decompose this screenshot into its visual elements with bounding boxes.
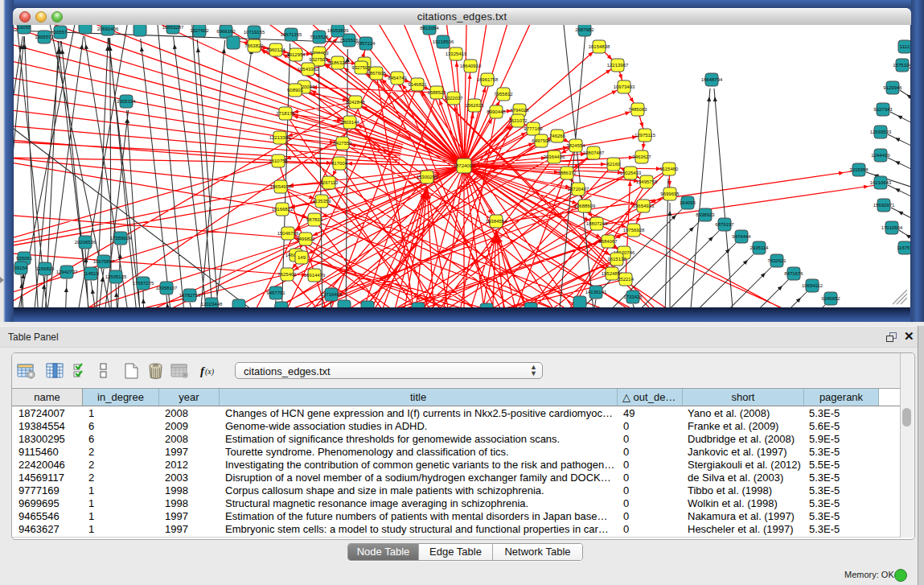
- svg-text:16961758: 16961758: [477, 77, 499, 82]
- svg-text:17010504: 17010504: [881, 225, 903, 230]
- svg-text:8990448: 8990448: [487, 109, 506, 114]
- svg-text:12023448: 12023448: [201, 302, 223, 307]
- svg-text:149: 149: [298, 255, 306, 260]
- svg-text:19384554: 19384554: [486, 219, 507, 224]
- svg-text:39154: 39154: [14, 266, 28, 270]
- svg-text:15720407: 15720407: [568, 187, 589, 192]
- svg-text:1905572: 1905572: [35, 35, 54, 39]
- svg-text:1527602: 1527602: [190, 28, 209, 33]
- svg-text:2718176: 2718176: [276, 111, 295, 116]
- svg-text:817004: 817004: [331, 161, 348, 166]
- svg-text:10654112: 10654112: [802, 283, 823, 288]
- svg-text:(x): (x): [205, 367, 215, 377]
- svg-text:9474444: 9474444: [732, 234, 751, 239]
- svg-text:116753: 116753: [897, 245, 910, 250]
- svg-text:2867608: 2867608: [367, 71, 386, 76]
- svg-text:10719155: 10719155: [244, 30, 265, 35]
- svg-text:8912954: 8912954: [286, 52, 306, 57]
- svg-text:2687682: 2687682: [575, 27, 594, 32]
- svg-text:114519: 114519: [83, 271, 99, 276]
- svg-text:9699695: 9699695: [660, 192, 680, 196]
- svg-text:10025433: 10025433: [620, 171, 642, 175]
- svg-text:18640910: 18640910: [460, 64, 482, 68]
- svg-text:16671355: 16671355: [281, 32, 302, 37]
- svg-text:7886372: 7886372: [557, 171, 577, 175]
- svg-text:1588520: 1588520: [427, 90, 446, 95]
- svg-text:12942737: 12942737: [56, 270, 78, 274]
- svg-text:12975115: 12975115: [634, 133, 656, 138]
- svg-text:1575104: 1575104: [893, 63, 910, 68]
- svg-text:8960124: 8960124: [266, 47, 285, 52]
- svg-text:2803144: 2803144: [340, 120, 359, 125]
- svg-text:16782759: 16782759: [179, 293, 201, 298]
- svg-text:10975867: 10975867: [93, 259, 115, 264]
- svg-text:6879197: 6879197: [715, 222, 734, 227]
- svg-text:9115460: 9115460: [660, 167, 680, 171]
- svg-text:1499822: 1499822: [296, 237, 315, 241]
- svg-text:62160: 62160: [607, 162, 621, 167]
- svg-text:8938923: 8938923: [696, 212, 715, 217]
- svg-text:20206536: 20206536: [75, 240, 97, 245]
- svg-text:17957275: 17957275: [133, 281, 154, 286]
- svg-text:14136141: 14136141: [585, 290, 607, 295]
- svg-text:13716485: 13716485: [321, 292, 343, 297]
- svg-text:587833: 587833: [306, 217, 323, 222]
- svg-text:8454749: 8454749: [388, 76, 407, 80]
- svg-text:7663822: 7663822: [244, 43, 264, 48]
- svg-text:7955812: 7955812: [494, 92, 513, 97]
- svg-text:15692971: 15692971: [873, 203, 895, 208]
- svg-text:2005334: 2005334: [117, 99, 136, 104]
- svg-text:19218506: 19218506: [433, 39, 454, 44]
- svg-text:7632621: 7632621: [767, 258, 786, 263]
- svg-text:1156829: 1156829: [36, 266, 55, 271]
- svg-text:9327503: 9327503: [309, 57, 328, 62]
- svg-text:7485063: 7485063: [628, 107, 647, 112]
- svg-text:746266: 746266: [549, 134, 566, 138]
- svg-text:164095: 164095: [680, 200, 696, 205]
- svg-text:1610755: 1610755: [269, 159, 288, 163]
- svg-text:16914479: 16914479: [304, 273, 326, 278]
- svg-text:10973493: 10973493: [614, 84, 635, 89]
- svg-text:8813054: 8813054: [420, 26, 439, 31]
- svg-text:9777169: 9777169: [524, 126, 543, 131]
- svg-text:6794028: 6794028: [510, 108, 529, 113]
- svg-text:10807487: 10807487: [583, 150, 605, 155]
- svg-text:2935114: 2935114: [750, 245, 770, 250]
- svg-text:8427552: 8427552: [333, 141, 352, 146]
- svg-text:9327508: 9327508: [351, 65, 371, 70]
- svg-text:1322037: 1322037: [444, 96, 463, 101]
- svg-text:18807249: 18807249: [586, 221, 608, 226]
- svg-text:7515526: 7515526: [310, 35, 329, 39]
- svg-text:1733426: 1733426: [623, 295, 643, 299]
- svg-text:1562615: 1562615: [465, 103, 484, 108]
- svg-text:19654938: 19654938: [270, 184, 292, 189]
- svg-text:1244419: 1244419: [871, 153, 890, 158]
- svg-text:6966160: 6966160: [216, 29, 236, 34]
- svg-text:7625402: 7625402: [277, 272, 297, 277]
- svg-text:19055: 19055: [18, 25, 31, 30]
- svg-text:6497508: 6497508: [532, 138, 551, 143]
- svg-text:17359924: 17359924: [110, 236, 132, 241]
- svg-text:9227343: 9227343: [873, 107, 893, 112]
- svg-text:8471676: 8471676: [784, 271, 803, 276]
- svg-text:7857224: 7857224: [356, 41, 376, 46]
- svg-text:9146821: 9146821: [408, 82, 427, 87]
- svg-text:8242848: 8242848: [346, 100, 365, 105]
- svg-text:9684067: 9684067: [598, 239, 618, 244]
- svg-text:16154838: 16154838: [589, 44, 610, 49]
- svg-text:3215958: 3215958: [849, 167, 869, 172]
- svg-text:1621072: 1621072: [508, 118, 528, 123]
- svg-text:20364436: 20364436: [544, 154, 565, 159]
- svg-text:12093533: 12093533: [870, 130, 892, 134]
- svg-text:908901: 908901: [287, 88, 304, 93]
- svg-text:10543362: 10543362: [298, 67, 319, 72]
- svg-text:1112: 1112: [900, 44, 910, 49]
- svg-text:10958107: 10958107: [156, 286, 178, 290]
- svg-text:12213309: 12213309: [269, 135, 291, 140]
- svg-text:9457791: 9457791: [266, 290, 285, 295]
- svg-text:9463627: 9463627: [632, 154, 651, 159]
- svg-text:12505135: 12505135: [105, 274, 127, 279]
- svg-text:18724007: 18724007: [454, 163, 475, 168]
- svg-text:3267110: 3267110: [320, 180, 339, 185]
- svg-text:16648794: 16648794: [701, 77, 723, 82]
